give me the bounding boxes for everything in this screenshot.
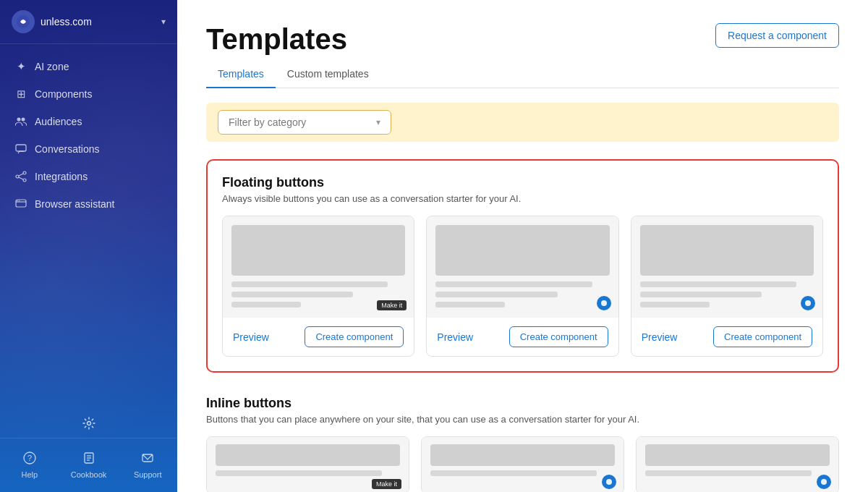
components-icon: ⊞: [14, 88, 27, 101]
template-card-ib-3: [636, 436, 839, 492]
card-preview-area-fb-1: Make it: [223, 216, 414, 318]
sidebar-label-ai-zone: AI zone: [35, 61, 69, 72]
sidebar-header[interactable]: unless.com ▾: [0, 0, 177, 44]
create-component-btn-fb-2[interactable]: Create component: [509, 326, 608, 347]
card-actions-fb-1: Preview Create component: [223, 318, 414, 356]
ai-zone-icon: ✦: [14, 60, 27, 73]
filter-chevron-icon: ▾: [376, 117, 380, 127]
inline-buttons-title: Inline buttons: [206, 396, 839, 411]
org-chevron-icon: ▾: [161, 17, 166, 27]
filter-by-category[interactable]: Filter by category ▾: [218, 110, 391, 135]
sidebar-nav: ✦ AI zone ⊞ Components Audiences Convers…: [0, 44, 177, 409]
template-card-ib-1: Make it: [206, 436, 409, 492]
support-icon: [141, 451, 154, 468]
preview-link-fb-3[interactable]: Preview: [642, 331, 678, 343]
help-icon: ?: [23, 451, 36, 468]
svg-rect-3: [16, 145, 26, 151]
card-badge-ib-1: Make it: [372, 479, 401, 489]
partial-card-inner-ib-2: [422, 437, 624, 492]
footer-cookbook[interactable]: Cookbook: [59, 447, 119, 483]
card-actions-fb-2: Preview Create component: [427, 318, 618, 356]
integrations-icon: [14, 170, 27, 183]
card-preview-area-fb-3: [631, 216, 822, 318]
preview-link-fb-2[interactable]: Preview: [437, 331, 473, 343]
svg-line-7: [19, 174, 23, 176]
section-inline-buttons: Inline buttons Buttons that you can plac…: [206, 396, 839, 492]
main-content: Templates Request a component Templates …: [177, 0, 868, 492]
sidebar-label-audiences: Audiences: [35, 116, 82, 127]
sidebar-item-components[interactable]: ⊞ Components: [0, 80, 177, 108]
request-component-button[interactable]: Request a component: [715, 23, 839, 48]
audiences-icon: [14, 115, 27, 128]
filter-bar: Filter by category ▾: [206, 103, 839, 142]
sidebar-item-audiences[interactable]: Audiences: [0, 108, 177, 135]
svg-point-11: [17, 200, 17, 201]
page-header: Templates Request a component: [206, 23, 839, 55]
sidebar-label-browser-assistant: Browser assistant: [35, 198, 114, 210]
sidebar-item-browser-assistant[interactable]: Browser assistant: [0, 190, 177, 218]
section-floating-buttons: Floating buttons Always visible buttons …: [206, 159, 839, 373]
svg-point-4: [16, 175, 19, 178]
sidebar-item-conversations[interactable]: Conversations: [0, 135, 177, 163]
tabs: Templates Custom templates: [206, 61, 839, 88]
tab-custom-templates[interactable]: Custom templates: [276, 61, 380, 88]
inline-buttons-desc: Buttons that you can place anywhere on y…: [206, 414, 839, 425]
sidebar-label-components: Components: [35, 88, 92, 100]
conversations-icon: [14, 143, 27, 156]
content-area: Templates Request a component Templates …: [177, 0, 868, 492]
tab-templates[interactable]: Templates: [206, 61, 276, 88]
preview-link-fb-1[interactable]: Preview: [233, 331, 269, 343]
card-circle-badge-fb-3: [801, 296, 815, 310]
svg-point-12: [19, 200, 20, 201]
template-card-fb-3: Preview Create component: [631, 216, 823, 357]
floating-buttons-desc: Always visible buttons you can use as a …: [222, 193, 823, 204]
svg-point-24: [821, 479, 827, 485]
inline-buttons-partial-cards: Make it: [206, 436, 839, 492]
svg-point-1: [17, 118, 21, 122]
create-component-btn-fb-1[interactable]: Create component: [305, 326, 404, 347]
browser-assistant-icon: [14, 198, 27, 211]
svg-point-21: [601, 300, 607, 306]
floating-buttons-cards: Make it Preview Create component: [222, 216, 823, 357]
create-component-btn-fb-3[interactable]: Create component: [713, 326, 812, 347]
sidebar-item-ai-zone[interactable]: ✦ AI zone: [0, 53, 177, 80]
svg-line-8: [19, 177, 23, 179]
settings-button[interactable]: [0, 409, 177, 438]
sidebar-footer: ? Help Cookbook Support: [0, 438, 177, 492]
card-circle-badge-ib-3: [817, 475, 831, 489]
card-actions-fb-3: Preview Create component: [631, 318, 822, 356]
footer-help[interactable]: ? Help: [0, 447, 59, 483]
svg-point-5: [23, 171, 26, 174]
template-card-ib-2: [421, 436, 624, 492]
sidebar: unless.com ▾ ✦ AI zone ⊞ Components Audi…: [0, 0, 177, 492]
partial-card-inner-ib-3: [637, 437, 838, 492]
cookbook-icon: [82, 451, 95, 468]
sidebar-logo: [12, 10, 35, 33]
svg-point-23: [606, 479, 612, 485]
template-card-fb-1: Make it Preview Create component: [222, 216, 414, 357]
sidebar-label-conversations: Conversations: [35, 143, 100, 155]
template-card-fb-2: Preview Create component: [426, 216, 618, 357]
svg-text:?: ?: [27, 454, 32, 462]
svg-point-22: [805, 300, 811, 306]
sidebar-label-integrations: Integrations: [35, 171, 88, 182]
card-circle-badge-ib-2: [602, 475, 616, 489]
org-name: unless.com: [41, 16, 156, 27]
card-circle-badge-fb-2: [597, 296, 611, 310]
svg-point-6: [23, 179, 26, 182]
partial-card-inner-ib-1: Make it: [207, 437, 409, 492]
floating-buttons-title: Floating buttons: [222, 175, 823, 190]
sidebar-item-integrations[interactable]: Integrations: [0, 163, 177, 190]
page-title: Templates: [206, 23, 347, 55]
card-badge-fb-1: Make it: [377, 300, 407, 310]
svg-point-13: [87, 422, 90, 425]
footer-support[interactable]: Support: [118, 447, 177, 483]
card-preview-area-fb-2: [427, 216, 618, 318]
svg-point-2: [22, 118, 25, 122]
filter-placeholder: Filter by category: [229, 116, 306, 128]
